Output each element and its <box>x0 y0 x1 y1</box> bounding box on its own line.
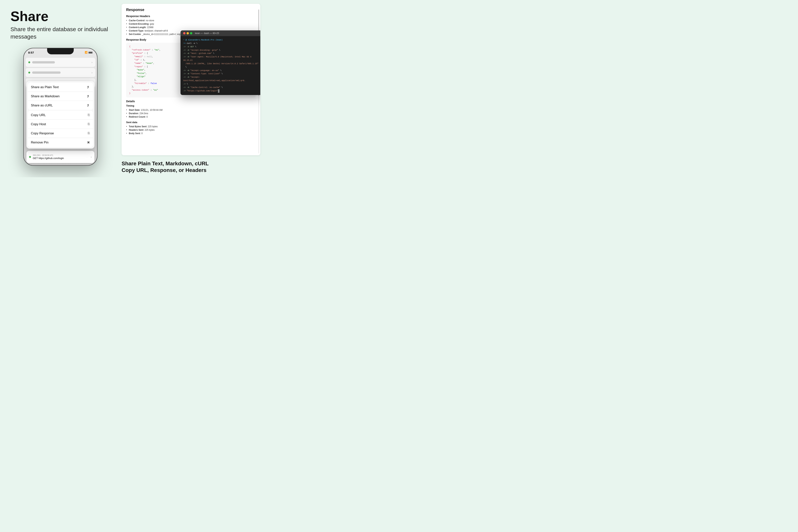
tagline-line-1: Share Plain Text, Markdown, cURL <box>121 160 260 167</box>
copy-url-label: Copy URL <box>31 113 46 117</box>
response-title: Response <box>126 7 256 12</box>
terminal-line-12: -> "https://github.com/login" <box>183 89 260 93</box>
sent-body: Body Sent: 0 <box>126 132 256 135</box>
copy-response-label: Copy Response <box>31 132 54 135</box>
timing-duration: Duration: 234.0ms <box>126 112 256 115</box>
timing-start: Start Date: 1/31/21, 10:59:44 AM <box>126 109 256 111</box>
share-markdown-icon: ⮭ <box>87 94 90 98</box>
header-item-2: Content-Encoding: gzip <box>126 23 256 25</box>
terminal-line-7: -> -H "Accept-Language: en-us" \ <box>183 69 260 72</box>
blurred-row-1: › <box>26 58 95 67</box>
header-item-1: Cache-Control: no-store <box>126 19 256 22</box>
status-dot <box>28 61 30 63</box>
sent-total: Total Bytes Sent: 225 bytes <box>126 125 256 128</box>
copy-menu-group: Copy URL ⎘ Copy Host ⎘ Copy Response ⎘ <box>28 111 93 147</box>
terminal-window: kean — -bash — 80×25 ~ @ Alexanders-MacB… <box>180 31 260 95</box>
terminal-line-6: -> -H "User-Agent: Mozilla/5.0 (Macintos… <box>183 55 260 62</box>
terminal-line-9: -> -H "Accept: text/html,application/xht… <box>183 76 260 82</box>
terminal-line-6b: /605.1.15 (KHTML, like Gecko) Version/14… <box>183 62 260 69</box>
phone-frame: 8:57 📶 ▮▮▮ › <box>23 48 97 166</box>
status-dot-2 <box>28 72 30 74</box>
share-curl-item[interactable]: Share as cURL ⮭ <box>28 101 93 110</box>
blurred-line <box>32 61 55 63</box>
share-plain-text-item[interactable]: Share as Plain Text ⮭ <box>28 83 93 92</box>
copy-response-icon: ⎘ <box>88 131 90 135</box>
bottom-request-bar[interactable]: 200 (OK) · 20:56:50.471 GET https://gith… <box>26 151 94 163</box>
terminal-close-dot[interactable] <box>183 32 186 34</box>
remove-pin-icon: ✖ <box>87 140 90 145</box>
copy-url-item[interactable]: Copy URL ⎘ <box>28 111 93 120</box>
terminal-line-1: ~ @ Alexanders-MacBook-Pro (kean) <box>183 38 260 42</box>
terminal-line-4: -> -H "Accept-Encoding: gzip" \ <box>183 49 260 52</box>
share-curl-label: Share as cURL <box>31 103 53 107</box>
terminal-line-2: ~> curl -v \ <box>183 42 260 45</box>
terminal-line-11: -> -H "Cache-Control: no-cache" \ <box>183 86 260 89</box>
phone-mockup: 8:57 📶 ▮▮▮ › <box>23 48 97 166</box>
terminal-line-8: -> -H "Content-Type: text/json" \ <box>183 72 260 76</box>
request-info: 200 (OK) · 20:56:50.471 GET https://gith… <box>33 154 89 159</box>
remove-pin-label: Remove Pin <box>31 140 49 145</box>
request-chevron-icon: › <box>91 155 92 158</box>
share-curl-icon: ⮭ <box>87 103 90 107</box>
response-headers-title: Response Headers <box>126 15 256 18</box>
blurred-row-2: › <box>26 68 95 77</box>
phone-screen: 8:57 📶 ▮▮▮ › <box>24 48 97 165</box>
copy-host-label: Copy Host <box>31 122 46 126</box>
chevron-icon: › <box>92 61 93 64</box>
left-panel: Share Share the entire database or indiv… <box>0 0 118 177</box>
timing-title: Timing <box>126 104 256 107</box>
request-meta: 200 (OK) · 20:56:50.471 <box>33 154 89 156</box>
terminal-fullscreen-dot[interactable] <box>190 32 192 34</box>
sent-title: Sent data <box>126 121 256 124</box>
phone-notch <box>47 48 74 54</box>
wifi-icon: 📶 <box>85 51 88 54</box>
request-status-dot <box>29 156 31 158</box>
hero-title: Share <box>11 10 49 23</box>
terminal-line-5: -> -H "Host: github.com" \ <box>183 52 260 55</box>
context-menu: Share as Plain Text ⮭ Share as Markdown … <box>26 81 94 149</box>
terminal-minimize-dot[interactable] <box>187 32 189 34</box>
timing-redirect: Redirect Count: 0 <box>126 115 256 118</box>
status-time: 8:57 <box>28 51 34 54</box>
status-icons: 📶 ▮▮▮ <box>85 51 93 54</box>
terminal-title: kean — -bash — 80×25 <box>195 32 219 35</box>
copy-response-item[interactable]: Copy Response ⎘ <box>28 129 93 138</box>
tagline-line-2: Copy URL, Response, or Headers <box>121 167 260 173</box>
sent-headers: Headers Sent: 225 bytes <box>126 129 256 131</box>
timing-list: Start Date: 1/31/21, 10:59:44 AM Duratio… <box>126 109 256 118</box>
copy-url-icon: ⎘ <box>88 113 90 117</box>
sent-list: Total Bytes Sent: 225 bytes Headers Sent… <box>126 125 256 135</box>
tagline: Share Plain Text, Markdown, cURL Copy UR… <box>121 158 260 173</box>
blurred-line-2 <box>32 72 61 74</box>
share-markdown-item[interactable]: Share as Markdown ⮭ <box>28 92 93 101</box>
remove-pin-item[interactable]: Remove Pin ✖ <box>28 138 93 147</box>
terminal-header: kean — -bash — 80×25 <box>180 31 260 36</box>
battery-icon: ▮▮▮ <box>89 51 93 54</box>
terminal-line-10: -> \ <box>183 82 260 86</box>
share-menu-group: Share as Plain Text ⮭ Share as Markdown … <box>28 83 93 110</box>
details-title: Details <box>126 100 256 103</box>
copy-host-icon: ⎘ <box>88 122 90 126</box>
share-plain-text-icon: ⮭ <box>87 85 90 89</box>
copy-host-item[interactable]: Copy Host ⎘ <box>28 120 93 129</box>
terminal-body: ~ @ Alexanders-MacBook-Pro (kean) ~> cur… <box>180 36 260 95</box>
hero-subtitle: Share the entire database or individual … <box>11 25 110 40</box>
response-panel: Response Response Headers Cache-Control:… <box>121 4 260 155</box>
request-url: GET https://github.com/login <box>33 157 89 159</box>
right-panel: Response Response Headers Cache-Control:… <box>118 0 266 177</box>
share-plain-text-label: Share as Plain Text <box>31 85 59 89</box>
share-markdown-label: Share as Markdown <box>31 94 60 98</box>
header-item-3: Content-Length: 22988 <box>126 26 256 29</box>
terminal-line-3: -> -X GET \ <box>183 45 260 49</box>
chevron-icon-2: › <box>92 71 93 74</box>
